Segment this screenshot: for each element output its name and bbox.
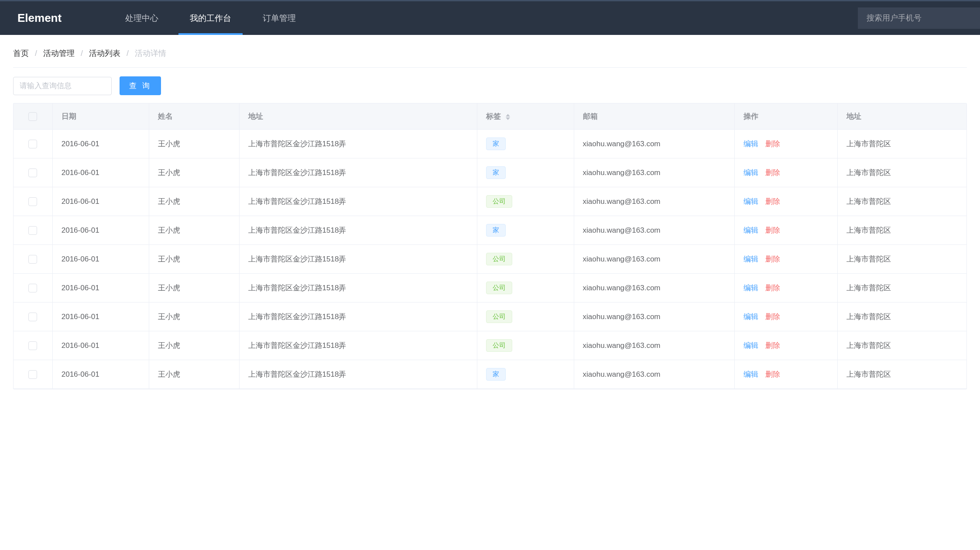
delete-link[interactable]: 删除 bbox=[765, 284, 780, 292]
tag-badge: 家 bbox=[486, 138, 506, 150]
cell-address2: 上海市普陀区 bbox=[838, 360, 966, 389]
cell-tag: 公司 bbox=[477, 187, 574, 216]
cell-email: xiaohu.wang@163.com bbox=[574, 302, 735, 331]
cell-tag: 家 bbox=[477, 360, 574, 389]
logo: Element bbox=[17, 11, 62, 25]
table-row: 2016-06-01王小虎上海市普陀区金沙江路1518弄家xiaohu.wang… bbox=[14, 216, 966, 245]
cell-address: 上海市普陀区金沙江路1518弄 bbox=[239, 274, 477, 302]
edit-link[interactable]: 编辑 bbox=[744, 226, 758, 234]
nav-item-1[interactable]: 我的工作台 bbox=[174, 1, 247, 35]
nav-item-2[interactable]: 订单管理 bbox=[247, 1, 312, 35]
cell-date: 2016-06-01 bbox=[52, 216, 149, 245]
cell-ops: 编辑删除 bbox=[735, 130, 838, 158]
tag-badge: 公司 bbox=[486, 310, 512, 323]
cell-name: 王小虎 bbox=[149, 331, 240, 360]
column-header-address2[interactable]: 地址 bbox=[838, 103, 966, 130]
delete-link[interactable]: 删除 bbox=[765, 341, 780, 350]
tag-badge: 公司 bbox=[486, 339, 512, 352]
edit-link[interactable]: 编辑 bbox=[744, 255, 758, 263]
breadcrumb-item-3: 活动详情 bbox=[135, 48, 166, 58]
edit-link[interactable]: 编辑 bbox=[744, 197, 758, 206]
breadcrumb-item-0[interactable]: 首页 bbox=[13, 48, 29, 58]
search-input[interactable] bbox=[858, 7, 980, 29]
delete-link[interactable]: 删除 bbox=[765, 168, 780, 177]
breadcrumb-separator: / bbox=[127, 49, 129, 58]
breadcrumb-separator: / bbox=[81, 49, 83, 58]
row-checkbox[interactable] bbox=[28, 341, 37, 350]
cell-ops: 编辑删除 bbox=[735, 274, 838, 302]
cell-address2: 上海市普陀区 bbox=[838, 216, 966, 245]
edit-link[interactable]: 编辑 bbox=[744, 370, 758, 378]
cell-date: 2016-06-01 bbox=[52, 331, 149, 360]
column-header-name[interactable]: 姓名 bbox=[149, 103, 240, 130]
cell-name: 王小虎 bbox=[149, 158, 240, 187]
cell-address: 上海市普陀区金沙江路1518弄 bbox=[239, 158, 477, 187]
cell-ops: 编辑删除 bbox=[735, 245, 838, 274]
query-row: 查 询 bbox=[13, 76, 967, 95]
delete-link[interactable]: 删除 bbox=[765, 140, 780, 148]
cell-name: 王小虎 bbox=[149, 274, 240, 302]
tag-badge: 家 bbox=[486, 368, 506, 381]
delete-link[interactable]: 删除 bbox=[765, 370, 780, 378]
delete-link[interactable]: 删除 bbox=[765, 313, 780, 321]
edit-link[interactable]: 编辑 bbox=[744, 341, 758, 350]
breadcrumb-item-1[interactable]: 活动管理 bbox=[43, 48, 75, 58]
edit-link[interactable]: 编辑 bbox=[744, 284, 758, 292]
table-row: 2016-06-01王小虎上海市普陀区金沙江路1518弄家xiaohu.wang… bbox=[14, 130, 966, 158]
edit-link[interactable]: 编辑 bbox=[744, 140, 758, 148]
edit-link[interactable]: 编辑 bbox=[744, 168, 758, 177]
nav-item-0[interactable]: 处理中心 bbox=[110, 1, 174, 35]
cell-email: xiaohu.wang@163.com bbox=[574, 360, 735, 389]
cell-name: 王小虎 bbox=[149, 245, 240, 274]
cell-tag: 公司 bbox=[477, 302, 574, 331]
delete-link[interactable]: 删除 bbox=[765, 226, 780, 234]
cell-date: 2016-06-01 bbox=[52, 130, 149, 158]
column-header-tag[interactable]: 标签 bbox=[477, 103, 574, 130]
cell-tag: 公司 bbox=[477, 274, 574, 302]
breadcrumb-item-2[interactable]: 活动列表 bbox=[89, 48, 120, 58]
breadcrumb-separator: / bbox=[35, 49, 37, 58]
delete-link[interactable]: 删除 bbox=[765, 197, 780, 206]
edit-link[interactable]: 编辑 bbox=[744, 313, 758, 321]
cell-address2: 上海市普陀区 bbox=[838, 130, 966, 158]
row-checkbox[interactable] bbox=[28, 226, 37, 235]
column-header-date[interactable]: 日期 bbox=[52, 103, 149, 130]
cell-address: 上海市普陀区金沙江路1518弄 bbox=[239, 245, 477, 274]
cell-name: 王小虎 bbox=[149, 216, 240, 245]
row-checkbox[interactable] bbox=[28, 370, 37, 379]
cell-ops: 编辑删除 bbox=[735, 302, 838, 331]
row-checkbox[interactable] bbox=[28, 168, 37, 177]
query-input[interactable] bbox=[13, 77, 112, 95]
cell-tag: 公司 bbox=[477, 331, 574, 360]
row-checkbox[interactable] bbox=[28, 255, 37, 264]
column-header-address[interactable]: 地址 bbox=[239, 103, 477, 130]
cell-ops: 编辑删除 bbox=[735, 360, 838, 389]
column-header-email[interactable]: 邮箱 bbox=[574, 103, 735, 130]
header: Element 处理中心我的工作台订单管理 bbox=[0, 0, 980, 35]
row-checkbox[interactable] bbox=[28, 140, 37, 148]
column-header-tag-label: 标签 bbox=[486, 112, 501, 120]
cell-email: xiaohu.wang@163.com bbox=[574, 158, 735, 187]
row-checkbox[interactable] bbox=[28, 197, 37, 206]
column-header-ops[interactable]: 操作 bbox=[735, 103, 838, 130]
cell-email: xiaohu.wang@163.com bbox=[574, 331, 735, 360]
breadcrumb: 首页/活动管理/活动列表/活动详情 bbox=[13, 44, 967, 68]
tag-badge: 公司 bbox=[486, 253, 512, 265]
svg-marker-1 bbox=[506, 117, 510, 120]
table-row: 2016-06-01王小虎上海市普陀区金沙江路1518弄公司xiaohu.wan… bbox=[14, 245, 966, 274]
cell-tag: 家 bbox=[477, 158, 574, 187]
cell-name: 王小虎 bbox=[149, 187, 240, 216]
select-all-checkbox[interactable] bbox=[28, 112, 37, 121]
cell-address2: 上海市普陀区 bbox=[838, 274, 966, 302]
query-button[interactable]: 查 询 bbox=[120, 76, 161, 95]
cell-address2: 上海市普陀区 bbox=[838, 302, 966, 331]
table-row: 2016-06-01王小虎上海市普陀区金沙江路1518弄公司xiaohu.wan… bbox=[14, 274, 966, 302]
cell-address: 上海市普陀区金沙江路1518弄 bbox=[239, 187, 477, 216]
row-checkbox[interactable] bbox=[28, 313, 37, 321]
row-checkbox[interactable] bbox=[28, 284, 37, 292]
delete-link[interactable]: 删除 bbox=[765, 255, 780, 263]
table-row: 2016-06-01王小虎上海市普陀区金沙江路1518弄公司xiaohu.wan… bbox=[14, 302, 966, 331]
sort-icon[interactable] bbox=[506, 114, 510, 120]
cell-address2: 上海市普陀区 bbox=[838, 331, 966, 360]
cell-date: 2016-06-01 bbox=[52, 274, 149, 302]
